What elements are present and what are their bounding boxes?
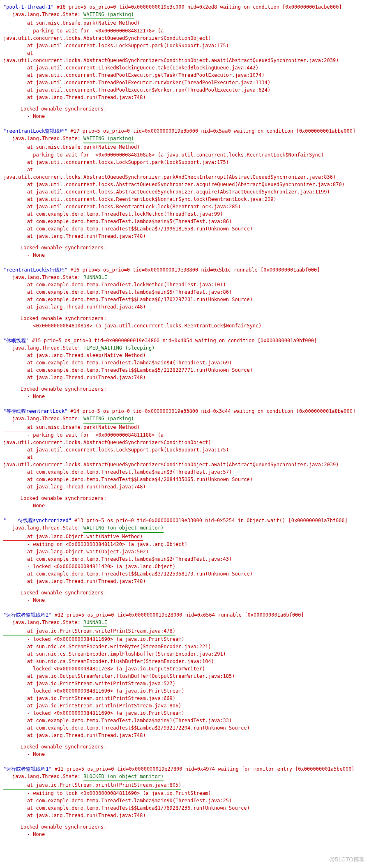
state-label: java.lang.Thread.State: — [3, 136, 83, 141]
thread-state: RUNNABLE — [83, 274, 107, 280]
thread-block: "reentrantLock运行线程" #16 prio=5 os_prio=0… — [3, 266, 366, 329]
locked-sync-item: - None — [3, 113, 366, 120]
stack-trace-line: at java.lang.Thread.sleep(Native Method) — [3, 352, 366, 359]
locked-sync-item: - None — [3, 502, 366, 509]
state-label: java.lang.Thread.State: — [3, 274, 83, 280]
stack-trace-line: at java.io.PrintStream.write(PrintStream… — [3, 680, 366, 687]
stack-trace-line: at com.example.demo.temp.ThreadTest$$Lam… — [3, 570, 366, 578]
thread-state: BLOCKED (on object monitor) — [83, 773, 164, 781]
stack-trace-line: at java.lang.Object.wait(Native Method) — [3, 533, 366, 541]
thread-header-rest: #13 prio=5 os_prio=0 tid=0x0000000019e33… — [71, 518, 348, 523]
stack-trace-line: at java.lang.Thread.run(Thread.java:748) — [3, 303, 366, 311]
stack-trace-line: at com.example.demo.temp.ThreadTest.lamb… — [3, 218, 366, 225]
stack-trace-line: - parking to wait for <0x00000000848108a… — [3, 151, 366, 159]
stack-trace-line: at sun.nio.cs.StreamEncoder.flushBuffer(… — [3, 658, 366, 665]
stack-trace-line: at java.util.concurrent.locks.AbstractQu… — [3, 166, 366, 181]
thread-header: "reentrantLock监视线程" #17 prio=5 os_prio=0… — [3, 127, 366, 135]
thread-name: "reentrantLock监视线程" — [3, 128, 67, 134]
stack-frame: at com.example.demo.temp.ThreadTest.lock… — [3, 282, 226, 288]
stack-trace-line: at java.lang.Thread.run(Thread.java:748) — [3, 812, 366, 819]
thread-name: "reentrantLock运行线程" — [3, 267, 67, 273]
thread-state-line: java.lang.Thread.State: BLOCKED (on obje… — [3, 773, 366, 781]
locked-sync-header: Locked ownable synchronizers: — [3, 589, 366, 596]
stack-trace-line: at java.lang.Thread.run(Thread.java:748) — [3, 374, 366, 381]
thread-state: TIMED_WAITING (sleeping) — [83, 345, 155, 351]
thread-state-line: java.lang.Thread.State: WAITING (on obje… — [3, 524, 366, 533]
state-label: java.lang.Thread.State: — [3, 525, 83, 531]
locked-sync-header: Locked ownable synchronizers: — [3, 244, 366, 251]
stack-trace-line: at java.io.PrintStream.write(PrintStream… — [3, 627, 366, 635]
stack-trace-line: at java.util.concurrent.locks.AbstractQu… — [3, 49, 366, 64]
stack-trace-line: at sun.misc.Unsafe.park(Native Method) — [3, 19, 366, 27]
thread-header: "reentrantLock运行线程" #16 prio=5 os_prio=0… — [3, 266, 366, 274]
stack-trace-line: at java.util.concurrent.locks.AbstractQu… — [3, 188, 366, 196]
stack-frame: at java.io.PrintStream.println(PrintStre… — [3, 781, 181, 790]
locked-sync-header: Locked ownable synchronizers: — [3, 105, 366, 113]
state-label: java.lang.Thread.State: — [3, 12, 83, 17]
stack-trace-line: at java.lang.Thread.run(Thread.java:748) — [3, 94, 366, 101]
thread-state-line: java.lang.Thread.State: WAITING (parking… — [3, 415, 366, 424]
stack-trace-line: at java.util.concurrent.ThreadPoolExecut… — [3, 71, 366, 79]
thread-header-rest: #18 prio=5 os_prio=0 tid=0x0000000019e3c… — [54, 4, 342, 10]
stack-frame: at sun.misc.Unsafe.park(Native Method) — [3, 424, 140, 431]
stack-trace-line: at java.io.PrintStream.print(PrintStream… — [3, 695, 366, 702]
thread-header-rest: #15 prio=5 os_prio=0 tid=0x0000000019e34… — [29, 338, 317, 343]
thread-dump: "pool-1-thread-1" #18 prio=5 os_prio=0 t… — [3, 3, 366, 838]
stack-trace-line: - locked <0x0000000084811690> (a java.io… — [3, 687, 366, 695]
stack-trace-line: - locked <0x0000000084811420> (a java.la… — [3, 563, 366, 570]
thread-state: WAITING (on object monitor) — [83, 524, 164, 533]
stack-trace-line: - waiting to lock <0x0000000084811690> (… — [3, 790, 366, 797]
thread-header-rest: #12 prio=5 os_prio=0 tid=0x0000000019e28… — [52, 612, 304, 618]
stack-trace-line: at java.util.concurrent.locks.ReentrantL… — [3, 196, 366, 203]
stack-trace-line: at com.example.demo.temp.ThreadTest$$Lam… — [3, 476, 366, 483]
stack-frame: at sun.misc.Unsafe.park(Native Method) — [3, 19, 140, 27]
stack-trace-line: at com.example.demo.temp.ThreadTest.lamb… — [3, 555, 366, 563]
stack-trace-line: at java.util.concurrent.LinkedBlockingQu… — [3, 64, 366, 71]
stack-frame: at java.lang.Object.wait(Native Method) — [3, 533, 143, 541]
stack-trace-line: - locked <0x0000000084811690> (a java.io… — [3, 635, 366, 643]
state-label: java.lang.Thread.State: — [3, 774, 83, 779]
stack-trace-line: at sun.nio.cs.StreamEncoder.writeBytes(S… — [3, 643, 366, 650]
thread-name: "运行或者监视线程1" — [3, 766, 52, 772]
stack-trace-line: at com.example.demo.temp.ThreadTest.lamb… — [3, 468, 366, 476]
locked-sync-header: Locked ownable synchronizers: — [3, 823, 366, 831]
state-label: java.lang.Thread.State: — [3, 619, 83, 625]
thread-state-line: java.lang.Thread.State: WAITING (parking… — [3, 11, 366, 19]
stack-trace-line: at java.io.PrintStream.println(PrintStre… — [3, 702, 366, 709]
stack-trace-line: at java.util.concurrent.locks.AbstractQu… — [3, 454, 366, 468]
stack-trace-line: at java.util.concurrent.locks.LockSuppor… — [3, 159, 366, 166]
stack-trace-line: at com.example.demo.temp.ThreadTest.lamb… — [3, 717, 366, 724]
stack-trace-line: at java.util.concurrent.locks.AbstractQu… — [3, 181, 366, 188]
thread-block: "reentrantLock监视线程" #17 prio=5 os_prio=0… — [3, 127, 366, 259]
thread-block: "pool-1-thread-1" #18 prio=5 os_prio=0 t… — [3, 3, 366, 120]
stack-trace-line: at sun.misc.Unsafe.park(Native Method) — [3, 143, 366, 151]
thread-name: "等待线程reentrantLock" — [3, 408, 67, 414]
stack-trace-line: at com.example.demo.temp.ThreadTest.lock… — [3, 281, 366, 288]
stack-trace-line: at java.lang.Thread.run(Thread.java:748) — [3, 732, 366, 739]
stack-trace-line: at com.example.demo.temp.ThreadTest.lamb… — [3, 359, 366, 366]
stack-trace-line: - waiting on <0x0000000084811420> (a jav… — [3, 541, 366, 548]
stack-trace-line: - locked <0x0000000084811690> (a java.io… — [3, 709, 366, 717]
locked-sync-item: - None — [3, 751, 366, 758]
stack-trace-line: at com.example.demo.temp.ThreadTest$$Lam… — [3, 804, 366, 812]
thread-block: "等待线程reentrantLock" #14 prio=5 os_prio=0… — [3, 408, 366, 509]
thread-name: "pool-1-thread-1" — [3, 4, 54, 10]
thread-name: "休眠线程" — [3, 338, 29, 343]
thread-header: " 待线程synchronized" #13 prio=5 os_prio=0 … — [3, 517, 366, 524]
locked-sync-item: - None — [3, 831, 366, 838]
thread-state-line: java.lang.Thread.State: TIMED_WAITING (s… — [3, 344, 366, 352]
thread-state-line: java.lang.Thread.State: WAITING (parking… — [3, 135, 366, 143]
stack-frame: at sun.misc.Unsafe.park(Native Method) — [3, 143, 140, 151]
thread-name: " 待线程synchronized" — [3, 518, 71, 523]
thread-block: "休眠线程" #15 prio=5 os_prio=0 tid=0x000000… — [3, 337, 366, 400]
thread-state-line: java.lang.Thread.State: RUNNABLE — [3, 619, 366, 627]
stack-trace-line: at java.util.concurrent.locks.LockSuppor… — [3, 42, 366, 49]
stack-trace-line: at com.example.demo.temp.ThreadTest.lamb… — [3, 797, 366, 804]
stack-trace-line: at java.util.concurrent.locks.ReentrantL… — [3, 203, 366, 210]
thread-state: WAITING (parking) — [83, 135, 134, 143]
thread-state: WAITING (parking) — [83, 11, 134, 19]
thread-header: "等待线程reentrantLock" #14 prio=5 os_prio=0… — [3, 408, 366, 415]
stack-trace-line: at com.example.demo.temp.ThreadTest.lock… — [3, 210, 366, 218]
locked-sync-header: Locked ownable synchronizers: — [3, 743, 366, 751]
thread-state-line: java.lang.Thread.State: RUNNABLE — [3, 274, 366, 281]
